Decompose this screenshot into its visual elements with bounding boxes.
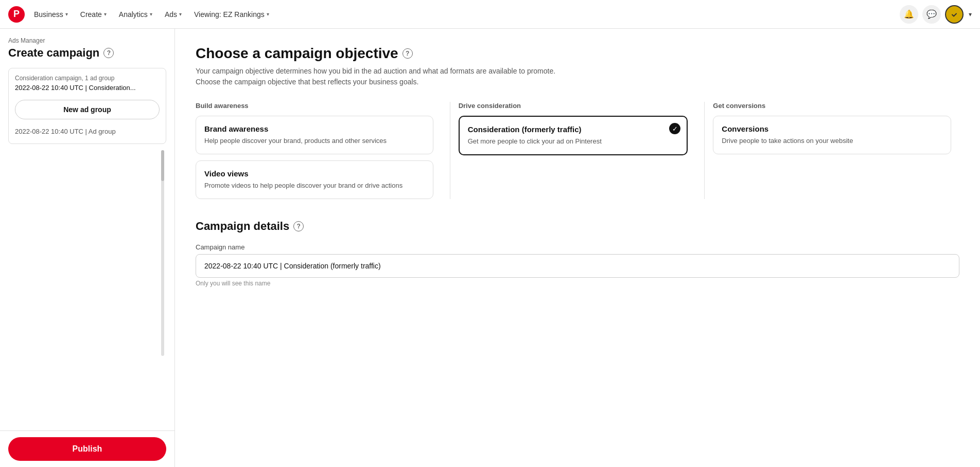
awareness-column-title: Build awareness xyxy=(196,102,442,116)
section-title-row: Campaign details ? xyxy=(196,220,959,233)
consideration-traffic-desc: Get more people to click your ad on Pint… xyxy=(468,137,679,146)
ads-manager-label: Ads Manager xyxy=(8,37,166,44)
topnav-right: 🔔 💬 ▾ xyxy=(900,5,972,24)
sidebar-footer: Publish xyxy=(0,430,174,467)
selected-check-icon: ✓ xyxy=(669,123,680,134)
publish-button[interactable]: Publish xyxy=(8,437,166,461)
brand-awareness-card[interactable]: Brand awareness Help people discover you… xyxy=(196,116,433,154)
video-views-desc: Promote videos to help people discover y… xyxy=(204,181,425,190)
chevron-icon: ▾ xyxy=(104,11,107,17)
nav-item-viewing[interactable]: Viewing: EZ Rankings ▾ xyxy=(189,7,274,22)
campaign-details-title: Campaign details xyxy=(196,220,289,233)
consideration-column-title: Drive consideration xyxy=(459,102,696,116)
video-views-card[interactable]: Video views Promote videos to help peopl… xyxy=(196,160,433,199)
message-icon: 💬 xyxy=(926,9,937,19)
campaign-name-hint: Only you will see this name xyxy=(196,280,959,287)
conversions-desc: Drive people to take actions on your web… xyxy=(722,136,942,146)
campaign-name-input[interactable] xyxy=(196,254,959,278)
campaign-name-field: Campaign name Only you will see this nam… xyxy=(196,243,959,287)
page-title-row: Choose a campaign objective ? xyxy=(196,45,959,62)
sidebar-content: Ads Manager Create campaign ? Considerat… xyxy=(0,29,174,430)
consideration-cards: ✓ Consideration (formerly traffic) Get m… xyxy=(459,116,696,155)
campaign-details-help-icon[interactable]: ? xyxy=(293,221,304,231)
conversions-title: Conversions xyxy=(722,124,942,133)
chevron-icon: ▾ xyxy=(267,11,269,17)
conversions-cards: Conversions Drive people to take actions… xyxy=(713,116,959,154)
scrollbar-thumb[interactable] xyxy=(161,150,164,181)
sidebar: Ads Manager Create campaign ? Considerat… xyxy=(0,29,175,467)
objective-help-icon[interactable]: ? xyxy=(402,48,413,59)
nav-item-analytics[interactable]: Analytics ▾ xyxy=(114,7,157,22)
consideration-column: Drive consideration ✓ Consideration (for… xyxy=(450,102,705,199)
main-content: Choose a campaign objective ? Your campa… xyxy=(175,29,980,467)
ad-group-item[interactable]: 2022-08-22 10:40 UTC | Ad group xyxy=(15,125,160,137)
main-layout: Ads Manager Create campaign ? Considerat… xyxy=(0,29,980,467)
conversions-column-title: Get conversions xyxy=(713,102,959,116)
account-chevron-icon[interactable]: ▾ xyxy=(969,11,972,18)
campaign-details-section: Campaign details ? Campaign name Only yo… xyxy=(196,220,959,287)
brand-awareness-desc: Help people discover your brand, product… xyxy=(204,136,425,146)
page-title: Choose a campaign objective xyxy=(196,45,398,62)
nav-item-ads[interactable]: Ads ▾ xyxy=(160,7,187,22)
campaign-meta: Consideration campaign, 1 ad group xyxy=(15,75,160,82)
create-campaign-help-icon[interactable]: ? xyxy=(103,48,114,58)
page-subtitle: Your campaign objective determines how y… xyxy=(196,66,959,87)
sidebar-page-title: Create campaign xyxy=(8,46,99,60)
awareness-cards: Brand awareness Help people discover you… xyxy=(196,116,442,199)
pinterest-logo[interactable]: P xyxy=(8,6,25,23)
svg-point-0 xyxy=(950,10,959,19)
nav-item-create[interactable]: Create ▾ xyxy=(75,7,112,22)
video-views-title: Video views xyxy=(204,169,425,178)
avatar[interactable] xyxy=(945,5,964,24)
notification-button[interactable]: 🔔 xyxy=(900,5,918,24)
objective-columns: Build awareness Brand awareness Help peo… xyxy=(196,102,959,199)
notification-icon: 🔔 xyxy=(904,9,914,19)
scrollbar-track xyxy=(161,150,164,356)
brand-awareness-title: Brand awareness xyxy=(204,124,425,133)
campaign-name-label: Campaign name xyxy=(196,243,959,251)
avatar-check-icon xyxy=(950,10,959,19)
consideration-traffic-card[interactable]: ✓ Consideration (formerly traffic) Get m… xyxy=(459,116,688,155)
nav-items: Business ▾ Create ▾ Analytics ▾ Ads ▾ Vi… xyxy=(29,7,900,22)
chevron-icon: ▾ xyxy=(65,11,68,17)
consideration-traffic-title: Consideration (formerly traffic) xyxy=(468,125,679,134)
new-ad-group-button[interactable]: New ad group xyxy=(15,100,160,119)
conversions-card[interactable]: Conversions Drive people to take actions… xyxy=(713,116,951,154)
awareness-column: Build awareness Brand awareness Help peo… xyxy=(196,102,450,199)
nav-item-business[interactable]: Business ▾ xyxy=(29,7,73,22)
chevron-icon: ▾ xyxy=(150,11,152,17)
top-navigation: P Business ▾ Create ▾ Analytics ▾ Ads ▾ … xyxy=(0,0,980,29)
conversions-column: Get conversions Conversions Drive people… xyxy=(705,102,959,199)
chevron-icon: ▾ xyxy=(179,11,182,17)
message-button[interactable]: 💬 xyxy=(922,5,941,24)
campaign-name-display: 2022-08-22 10:40 UTC | Consideration... xyxy=(15,84,160,92)
